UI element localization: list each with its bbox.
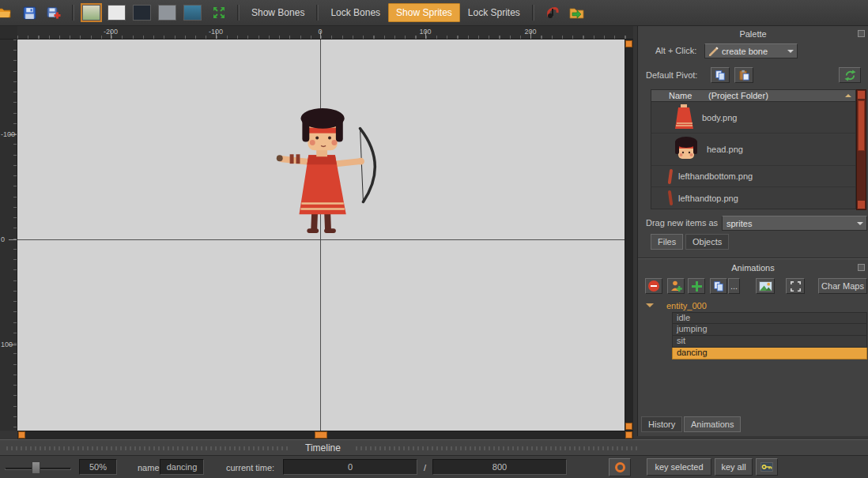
new-entity-button[interactable] xyxy=(667,278,685,294)
minus-circle-icon xyxy=(648,280,659,292)
file-row[interactable]: head.png xyxy=(651,134,855,166)
canvas-horizontal-scrollbar[interactable] xyxy=(17,431,633,439)
pose-button[interactable] xyxy=(542,2,563,23)
center-view-button[interactable] xyxy=(209,2,229,23)
animation-item-idle[interactable]: idle xyxy=(672,312,867,324)
zoom-value-field[interactable]: 50% xyxy=(79,459,117,475)
vertical-ruler: -100 0 100 xyxy=(0,40,17,431)
horizontal-ruler: -200 -100 0 100 200 xyxy=(17,26,633,40)
more-options-button[interactable]: ... xyxy=(728,278,740,294)
tab-objects[interactable]: Objects xyxy=(685,234,729,250)
animation-item-jumping[interactable]: jumping xyxy=(672,324,867,336)
paste-pivot-button[interactable] xyxy=(734,67,753,83)
background-dark-button[interactable] xyxy=(133,5,151,21)
scroll-right-button[interactable] xyxy=(625,431,632,438)
chevron-down-icon xyxy=(857,222,863,225)
canvas-preview-button[interactable] xyxy=(82,5,100,21)
lock-sprites-toggle[interactable]: Lock Sprites xyxy=(464,7,524,18)
current-time-field[interactable]: 0 xyxy=(283,459,417,475)
file-list-scrollbar[interactable] xyxy=(856,89,866,210)
canvas-vertical-scrollbar[interactable] xyxy=(625,40,633,431)
ruler-label: 200 xyxy=(515,28,546,36)
horizontal-scroll-handle[interactable] xyxy=(315,431,327,438)
body-thumbnail xyxy=(674,104,694,131)
file-row[interactable]: lefthandtop.png xyxy=(651,187,855,209)
animation-name-field[interactable]: dancing xyxy=(160,459,204,475)
background-custom-button[interactable] xyxy=(183,5,202,21)
column-header-folder[interactable]: (Project Folder) xyxy=(708,91,768,100)
file-row[interactable]: body.png xyxy=(651,102,855,134)
ruler-label: 0 xyxy=(1,235,5,243)
key-selected-button[interactable]: key selected xyxy=(647,458,711,476)
file-name: head.png xyxy=(707,145,743,154)
open-project-button[interactable] xyxy=(0,2,15,23)
animation-item-sit[interactable]: sit xyxy=(672,336,867,348)
copy-pivot-button[interactable] xyxy=(711,67,730,83)
animations-panel-menu-icon[interactable] xyxy=(858,264,865,271)
drag-new-items-value: sprites xyxy=(726,219,752,228)
toolbar-separator xyxy=(72,5,74,21)
show-sprites-toggle[interactable]: Show Sprites xyxy=(388,3,460,22)
background-white-button[interactable] xyxy=(108,5,126,21)
canvas-x-axis xyxy=(17,239,625,240)
scroll-handle[interactable] xyxy=(858,100,865,151)
scroll-down-button[interactable] xyxy=(625,423,632,430)
key-image-button[interactable] xyxy=(756,458,778,476)
sort-ascending-icon xyxy=(845,94,851,97)
canvas[interactable] xyxy=(17,40,625,431)
zoom-slider-handle[interactable] xyxy=(32,461,40,474)
ruler-label: 100 xyxy=(1,341,13,348)
new-animation-button[interactable] xyxy=(688,278,705,294)
timeline-title: Timeline xyxy=(0,442,646,454)
refresh-pivots-button[interactable] xyxy=(839,67,861,83)
bow-sprite[interactable] xyxy=(360,129,376,202)
entity-tree-item[interactable]: entity_000 xyxy=(666,301,707,311)
pose-icon xyxy=(545,6,560,20)
entity-expand-icon[interactable] xyxy=(646,303,654,307)
key-all-button[interactable]: key all xyxy=(715,458,753,476)
timeline-dock-header[interactable]: Timeline xyxy=(0,439,868,456)
column-header-name[interactable]: Name xyxy=(669,91,692,100)
timeline-controls: 50% name dancing current time: 0 / 800 k… xyxy=(0,456,868,478)
ruler-label: -100 xyxy=(200,28,232,36)
selection-bounds-button[interactable] xyxy=(786,278,805,294)
toolbar-separator xyxy=(316,5,319,21)
animation-item-dancing[interactable]: dancing xyxy=(672,348,867,359)
open-folder-icon xyxy=(0,6,13,19)
background-gray-button[interactable] xyxy=(158,5,176,21)
scroll-down-button[interactable] xyxy=(858,201,865,209)
char-map-image-button[interactable] xyxy=(756,278,775,294)
ruler-label: -100 xyxy=(1,130,15,138)
refresh-icon xyxy=(844,70,856,81)
tab-files[interactable]: Files xyxy=(651,234,683,250)
drag-new-items-dropdown[interactable]: sprites xyxy=(722,216,867,231)
ruler-minor-ticks xyxy=(17,36,633,39)
duplicate-animation-button[interactable] xyxy=(710,278,727,294)
toolbar-separator xyxy=(532,5,534,21)
file-table-header[interactable]: Name (Project Folder) xyxy=(651,89,856,102)
auto-key-button[interactable] xyxy=(609,458,631,476)
save-as-button[interactable] xyxy=(43,2,64,23)
file-row[interactable]: lefthandbottom.png xyxy=(651,166,855,187)
scroll-up-button[interactable] xyxy=(858,91,865,99)
alt-click-mode-dropdown[interactable]: create bone xyxy=(704,43,798,58)
show-bones-toggle[interactable]: Show Bones xyxy=(247,7,308,18)
character-sprite[interactable] xyxy=(269,108,387,237)
lock-bones-toggle[interactable]: Lock Bones xyxy=(326,7,384,18)
save-button[interactable] xyxy=(19,2,40,23)
scroll-left-button[interactable] xyxy=(18,431,25,438)
tab-animations[interactable]: Animations xyxy=(684,416,741,432)
chevron-down-icon xyxy=(787,50,794,53)
import-folder-button[interactable] xyxy=(567,2,587,23)
ruler-label: 0 xyxy=(304,28,336,36)
ruler-corner xyxy=(0,26,17,40)
remove-animation-button[interactable] xyxy=(645,278,662,294)
animation-length-field[interactable]: 800 xyxy=(432,459,567,475)
drag-new-items-label: Drag new items as xyxy=(646,218,718,228)
char-maps-button[interactable]: Char Maps xyxy=(818,278,867,294)
scroll-up-button[interactable] xyxy=(625,40,632,47)
new-entity-icon xyxy=(670,280,682,292)
palette-panel-menu-icon[interactable] xyxy=(858,30,865,37)
lefthandbottom-thumbnail xyxy=(667,168,674,185)
tab-history[interactable]: History xyxy=(641,416,682,432)
